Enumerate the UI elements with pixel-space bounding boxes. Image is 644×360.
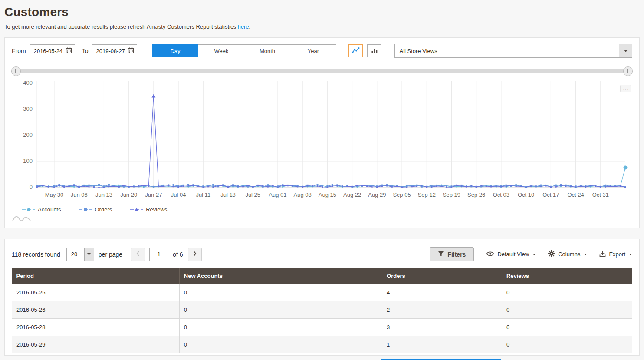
to-calendar-button[interactable] [125, 47, 137, 55]
bar-chart-toggle-button[interactable] [367, 44, 381, 57]
svg-text:Sep 19: Sep 19 [443, 192, 460, 198]
filters-button[interactable]: Filters [430, 247, 474, 261]
period-button-group: Day Week Month Year [152, 44, 336, 57]
table-row: 2016-05-26020 [12, 301, 632, 319]
chevron-down-icon [584, 254, 587, 255]
svg-text:Aug 15: Aug 15 [319, 192, 336, 198]
chart-export-menu-button[interactable]: ... [620, 85, 631, 92]
period-button-year[interactable]: Year [290, 44, 336, 57]
legend-item-orders[interactable]: Orders [79, 206, 112, 213]
total-pages-label: of 6 [173, 251, 183, 258]
from-calendar-button[interactable] [63, 47, 75, 55]
records-count: 118 records found [12, 251, 60, 258]
svg-text:Sep 26: Sep 26 [467, 192, 485, 198]
chart-range-handle-right[interactable] [623, 66, 633, 76]
per-page-label: per page [99, 251, 122, 258]
table-cell: 2016-05-29 [12, 336, 180, 353]
page: Customers To get more relevant and accur… [0, 0, 644, 356]
legend-label: Reviews [146, 206, 167, 213]
view-selector-label: Default View [497, 251, 529, 258]
chart-toolbar: From To Day Week [12, 44, 632, 58]
svg-text:Oct 24: Oct 24 [567, 192, 584, 198]
table-cell: 3 [382, 319, 502, 336]
chart-plot[interactable]: 0100200300400May 30Jun 06Jun 13Jun 20Jun… [12, 78, 632, 205]
table-cell: 0 [179, 336, 382, 353]
export-control-label: Export [609, 251, 625, 258]
bar-chart-icon [371, 47, 378, 55]
svg-text:100: 100 [23, 158, 33, 164]
chart-range-slider[interactable] [13, 66, 631, 77]
export-control[interactable]: Export [599, 251, 632, 258]
svg-text:Oct 31: Oct 31 [592, 192, 609, 198]
refresh-statistics-link[interactable]: here [238, 23, 249, 30]
chart-panel: From To Day Week [4, 37, 640, 228]
svg-text:Jul 18: Jul 18 [220, 192, 236, 198]
line-chart-toggle-button[interactable] [348, 44, 363, 57]
legend-label: Orders [95, 206, 112, 213]
chevron-down-icon [87, 253, 91, 255]
report-table: PeriodNew AccountsOrdersReviews 2016-05-… [12, 268, 632, 353]
svg-text:Sep 05: Sep 05 [393, 192, 411, 198]
table-cell: 0 [179, 319, 382, 336]
previous-page-button[interactable] [131, 248, 145, 261]
from-date-input[interactable] [30, 48, 62, 54]
to-label: To [82, 47, 89, 54]
column-header-reviews[interactable]: Reviews [502, 268, 632, 284]
circle-marker-icon [22, 207, 35, 212]
table-row: 2016-05-29010 [12, 336, 632, 353]
square-marker-icon [79, 207, 92, 212]
svg-text:Aug 29: Aug 29 [368, 192, 386, 198]
chevron-left-icon [136, 251, 140, 258]
svg-text:Jun 20: Jun 20 [120, 192, 137, 198]
page-size-select[interactable]: 20 [66, 248, 94, 261]
to-date-input[interactable] [92, 48, 125, 54]
filters-button-label: Filters [447, 251, 466, 258]
svg-text:May 30: May 30 [45, 192, 64, 198]
to-date-field [92, 44, 137, 57]
chart-range-track[interactable] [17, 69, 627, 73]
svg-text:Jun 13: Jun 13 [95, 192, 112, 198]
columns-selector[interactable]: Columns [548, 250, 587, 258]
table-cell: 0 [502, 319, 632, 336]
subtitle-text: To get more relevant and accurate result… [4, 23, 238, 30]
legend-item-reviews[interactable]: Reviews [130, 206, 167, 213]
calendar-icon [128, 47, 134, 55]
svg-text:Sep 12: Sep 12 [418, 192, 436, 198]
table-cell: 0 [502, 336, 632, 353]
table-row: 2016-05-25040 [12, 284, 632, 301]
report-table-wrap: PeriodNew AccountsOrdersReviews 2016-05-… [5, 268, 639, 353]
svg-text:Jul 04: Jul 04 [171, 192, 186, 198]
from-date-field [30, 44, 75, 57]
store-view-dropdown-arrow[interactable] [619, 44, 632, 57]
chart-legend: AccountsOrdersReviews [12, 205, 632, 213]
page-size-value: 20 [71, 251, 77, 258]
svg-text:200: 200 [23, 132, 33, 138]
amcharts-logo [12, 215, 632, 224]
table-cell: 0 [502, 284, 632, 301]
legend-item-accounts[interactable]: Accounts [22, 206, 61, 213]
table-cell: 0 [179, 301, 382, 319]
next-page-button[interactable] [188, 248, 202, 261]
table-header-row: PeriodNew AccountsOrdersReviews [12, 268, 632, 284]
report-grid-panel: 118 records found 20 per page of 6 [4, 239, 640, 356]
table-cell: 0 [502, 301, 632, 319]
period-button-month[interactable]: Month [244, 44, 290, 57]
view-selector[interactable]: Default View [486, 251, 536, 258]
period-button-week[interactable]: Week [198, 44, 244, 57]
chevron-right-icon [193, 251, 197, 258]
svg-text:Oct 17: Oct 17 [542, 192, 559, 198]
store-view-select[interactable]: All Store Views [394, 44, 632, 58]
period-button-day[interactable]: Day [152, 44, 198, 57]
columns-selector-label: Columns [558, 251, 580, 258]
table-cell: 4 [382, 284, 502, 301]
column-header-period[interactable]: Period [12, 268, 180, 284]
current-page-input[interactable] [149, 248, 168, 261]
line-chart-icon [352, 47, 360, 55]
svg-text:Jun 27: Jun 27 [145, 192, 162, 198]
svg-text:300: 300 [23, 106, 33, 112]
page-size-dropdown-arrow[interactable] [84, 248, 94, 261]
column-header-new-accounts[interactable]: New Accounts [179, 268, 382, 284]
svg-text:Jun 06: Jun 06 [71, 192, 88, 198]
column-header-orders[interactable]: Orders [382, 268, 502, 284]
chart-range-handle-left[interactable] [11, 66, 21, 76]
